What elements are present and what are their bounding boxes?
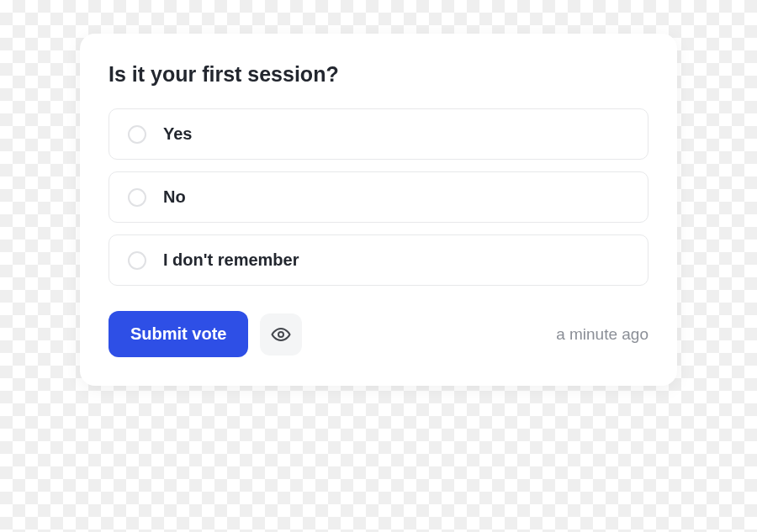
radio-icon bbox=[128, 251, 146, 270]
poll-card: Is it your first session? Yes No I don't… bbox=[80, 34, 677, 386]
poll-timestamp: a minute ago bbox=[556, 325, 648, 344]
poll-option-dont-remember[interactable]: I don't remember bbox=[109, 234, 648, 286]
svg-point-0 bbox=[278, 332, 283, 337]
poll-option-label: I don't remember bbox=[163, 250, 299, 270]
radio-icon bbox=[128, 188, 146, 207]
poll-option-label: No bbox=[163, 187, 186, 207]
poll-option-yes[interactable]: Yes bbox=[109, 108, 648, 160]
poll-options: Yes No I don't remember bbox=[109, 108, 648, 286]
eye-icon bbox=[271, 324, 291, 345]
view-results-button[interactable] bbox=[260, 313, 302, 356]
poll-question: Is it your first session? bbox=[109, 62, 648, 87]
poll-option-label: Yes bbox=[163, 124, 192, 144]
poll-option-no[interactable]: No bbox=[109, 171, 648, 223]
submit-vote-button[interactable]: Submit vote bbox=[109, 311, 248, 357]
radio-icon bbox=[128, 125, 146, 144]
poll-footer: Submit vote a minute ago bbox=[109, 311, 648, 357]
